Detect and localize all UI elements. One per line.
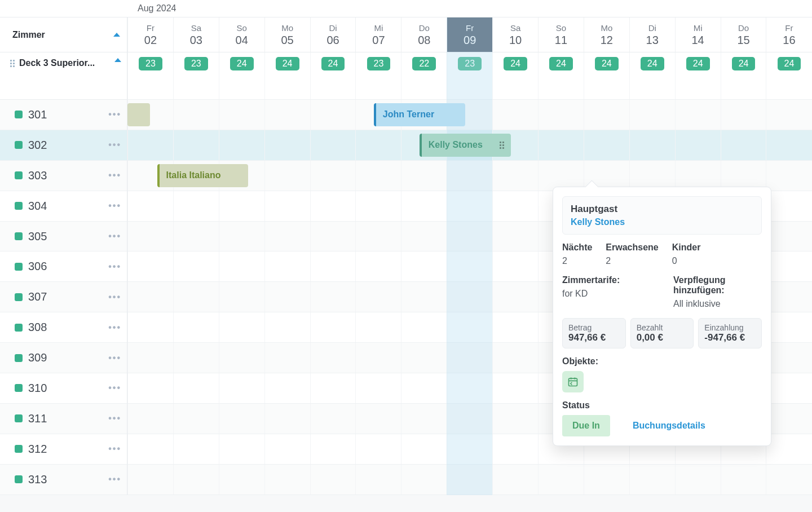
status-pill[interactable]: Due In — [562, 415, 610, 436]
calendar-cell[interactable] — [173, 343, 219, 373]
date-cell[interactable]: Mo12 — [584, 17, 629, 52]
calendar-cell[interactable] — [219, 343, 264, 373]
availability-pill[interactable]: 24 — [276, 57, 299, 70]
room-row[interactable]: 306••• — [0, 251, 127, 282]
calendar-cell[interactable] — [355, 282, 401, 312]
calendar-cell[interactable] — [264, 130, 310, 160]
calendar-cell[interactable] — [721, 100, 766, 130]
calendar-cell[interactable] — [355, 434, 401, 464]
calendar-cell[interactable] — [219, 130, 264, 160]
calendar-cell[interactable] — [401, 373, 447, 403]
calendar-cell[interactable] — [127, 404, 173, 434]
room-more-icon[interactable]: ••• — [108, 170, 121, 180]
room-more-icon[interactable]: ••• — [108, 353, 121, 363]
reservation-bar[interactable] — [127, 103, 150, 126]
calendar-cell[interactable] — [721, 161, 766, 191]
date-cell[interactable]: Do08 — [401, 17, 447, 52]
calendar-cell[interactable] — [310, 191, 356, 221]
drag-grip-icon[interactable] — [500, 142, 504, 149]
calendar-cell[interactable] — [538, 465, 584, 495]
calendar-cell[interactable] — [310, 312, 356, 342]
date-cell[interactable]: Mo05 — [264, 17, 310, 52]
room-more-icon[interactable]: ••• — [108, 262, 121, 272]
date-cell[interactable]: So04 — [219, 17, 264, 52]
calendar-cell[interactable] — [355, 373, 401, 403]
room-row[interactable]: 302••• — [0, 130, 127, 161]
calendar-cell[interactable] — [310, 373, 356, 403]
calendar-cell[interactable] — [355, 222, 401, 251]
calendar-cell[interactable] — [447, 404, 492, 434]
calendar-cell[interactable] — [447, 251, 492, 281]
date-cell[interactable]: Fr02 — [127, 17, 173, 52]
room-group[interactable]: Deck 3 Superior... — [0, 52, 127, 100]
calendar-cell[interactable] — [264, 434, 310, 464]
room-more-icon[interactable]: ••• — [108, 201, 121, 211]
room-more-icon[interactable]: ••• — [108, 413, 121, 423]
calendar-cell[interactable] — [447, 222, 492, 251]
room-more-icon[interactable]: ••• — [108, 231, 121, 241]
calendar-cell[interactable] — [173, 465, 219, 495]
calendar-cell[interactable] — [310, 434, 356, 464]
calendar-cell[interactable] — [355, 465, 401, 495]
room-row[interactable]: 313••• — [0, 465, 127, 495]
date-cell[interactable]: Fr16 — [766, 17, 811, 52]
calendar-cell[interactable] — [310, 343, 356, 373]
calendar-cell[interactable] — [766, 404, 811, 434]
calendar-cell[interactable] — [447, 373, 492, 403]
calendar-cell[interactable] — [629, 130, 675, 160]
calendar-cell[interactable] — [355, 130, 401, 160]
calendar-cell[interactable] — [264, 191, 310, 221]
calendar-cell[interactable] — [127, 465, 173, 495]
calendar-cell[interactable] — [219, 465, 264, 495]
availability-pill[interactable]: 24 — [686, 57, 710, 70]
calendar-cell[interactable] — [538, 130, 584, 160]
calendar-cell[interactable] — [310, 404, 356, 434]
room-more-icon[interactable]: ••• — [108, 140, 121, 150]
calendar-cell[interactable] — [219, 373, 264, 403]
calendar-cell[interactable] — [492, 312, 538, 342]
date-cell[interactable]: Sa10 — [492, 17, 538, 52]
calendar-cell[interactable] — [173, 312, 219, 342]
calendar-cell[interactable] — [675, 100, 721, 130]
calendar-cell[interactable] — [219, 312, 264, 342]
calendar-cell[interactable] — [401, 312, 447, 342]
calendar-cell[interactable] — [264, 222, 310, 251]
calendar-cell[interactable] — [766, 373, 811, 403]
calendar-cell[interactable] — [492, 191, 538, 221]
room-row[interactable]: 308••• — [0, 312, 127, 343]
availability-pill[interactable]: 24 — [778, 57, 801, 70]
calendar-cell[interactable] — [127, 130, 173, 160]
calendar-cell[interactable] — [127, 222, 173, 251]
booking-details-link[interactable]: Buchungsdetails — [633, 421, 705, 431]
availability-pill[interactable]: 23 — [139, 57, 162, 70]
calendar-cell[interactable] — [492, 222, 538, 251]
drag-handle-icon[interactable] — [10, 60, 16, 67]
calendar-cell[interactable] — [310, 465, 356, 495]
calendar-cell[interactable] — [492, 251, 538, 281]
room-row[interactable]: 311••• — [0, 404, 127, 434]
date-cell[interactable]: Di13 — [629, 17, 675, 52]
calendar-cell[interactable] — [584, 465, 629, 495]
object-calendar-chip[interactable] — [562, 371, 584, 392]
room-row[interactable]: 309••• — [0, 343, 127, 373]
calendar-cell[interactable] — [264, 161, 310, 191]
calendar-cell[interactable] — [766, 130, 811, 160]
calendar-cell[interactable] — [173, 130, 219, 160]
calendar-cell[interactable] — [447, 434, 492, 464]
availability-pill[interactable]: 22 — [412, 57, 436, 70]
reservation-bar[interactable]: Kelly Stones — [420, 134, 511, 157]
calendar-cell[interactable] — [264, 282, 310, 312]
calendar-cell[interactable] — [219, 282, 264, 312]
calendar-cell[interactable] — [173, 434, 219, 464]
calendar-cell[interactable] — [401, 251, 447, 281]
main-guest-link[interactable]: Kelly Stones — [571, 217, 753, 227]
calendar-cell[interactable] — [675, 161, 721, 191]
calendar-cell[interactable] — [766, 343, 811, 373]
calendar-cell[interactable] — [675, 465, 721, 495]
calendar-cell[interactable] — [219, 404, 264, 434]
calendar-cell[interactable] — [766, 312, 811, 342]
reservation-bar[interactable]: Italia Italiano — [157, 164, 249, 187]
availability-pill[interactable]: 24 — [321, 57, 345, 70]
calendar-cell[interactable] — [173, 404, 219, 434]
calendar-cell[interactable] — [629, 161, 675, 191]
